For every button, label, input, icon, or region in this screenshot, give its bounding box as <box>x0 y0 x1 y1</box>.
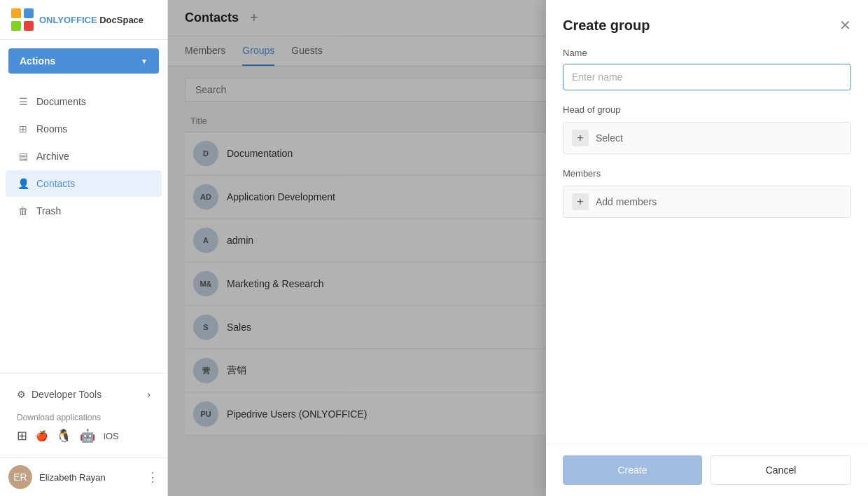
download-section: Download applications ⊞ 🍎 🐧 🤖 iOS <box>8 407 159 449</box>
user-info: ER Elizabeth Rayan <box>8 465 106 489</box>
create-button[interactable]: Create <box>563 455 702 485</box>
contacts-icon: 👤 <box>17 177 29 190</box>
name-form-group: Name <box>563 48 851 90</box>
developer-tools-item[interactable]: ⚙ Developer Tools › <box>8 382 159 407</box>
developer-tools-label: Developer Tools <box>31 389 102 400</box>
chevron-down-icon: ▼ <box>141 57 148 65</box>
sidebar-item-trash[interactable]: 🗑 Trash <box>6 198 162 224</box>
user-name: Elizabeth Rayan <box>39 472 106 483</box>
android-icon[interactable]: 🤖 <box>80 428 95 443</box>
cancel-button[interactable]: Cancel <box>710 455 851 485</box>
head-of-group-label: Head of group <box>563 104 851 115</box>
sidebar-item-label: Archive <box>36 151 69 162</box>
developer-tools-left: ⚙ Developer Tools <box>17 389 102 400</box>
add-members-label: Add members <box>596 196 657 207</box>
members-section: Members + Add members <box>563 168 851 218</box>
developer-tools-icon: ⚙ <box>17 389 26 400</box>
svg-rect-3 <box>24 21 34 31</box>
sidebar-item-label: Documents <box>36 96 86 107</box>
sidebar-item-documents[interactable]: ☰ Documents <box>6 88 162 115</box>
sidebar-item-archive[interactable]: ▤ Archive <box>6 143 162 170</box>
windows-icon[interactable]: ⊞ <box>17 428 27 443</box>
members-label: Members <box>563 168 851 179</box>
rooms-icon: ⊞ <box>17 123 29 135</box>
user-bar: ER Elizabeth Rayan ⋮ <box>0 457 167 496</box>
download-icons: ⊞ 🍎 🐧 🤖 iOS <box>17 428 150 443</box>
modal-title: Create group <box>563 18 650 34</box>
sidebar-item-label: Contacts <box>36 178 75 189</box>
select-head-button[interactable]: + Select <box>563 122 851 154</box>
plus-icon-members: + <box>572 193 589 210</box>
modal-footer: Create Cancel <box>546 443 868 496</box>
sidebar-footer: ⚙ Developer Tools › Download application… <box>0 373 167 457</box>
actions-label: Actions <box>20 55 55 67</box>
actions-button[interactable]: Actions ▼ <box>8 48 159 74</box>
sidebar-item-contacts[interactable]: 👤 Contacts <box>6 170 162 197</box>
svg-rect-0 <box>11 8 21 18</box>
svg-rect-2 <box>11 21 21 31</box>
documents-icon: ☰ <box>17 95 29 108</box>
svg-rect-1 <box>24 8 34 18</box>
head-of-group-section: Head of group + Select <box>563 104 851 154</box>
download-label: Download applications <box>17 413 150 422</box>
app-logo <box>11 8 34 31</box>
sidebar: ONLYOFFICE DocSpace Actions ▼ ☰ Document… <box>0 0 168 496</box>
chevron-right-icon: › <box>147 389 150 400</box>
archive-icon: ▤ <box>17 150 29 163</box>
group-name-input[interactable] <box>563 64 851 90</box>
close-modal-button[interactable]: ✕ <box>839 17 851 34</box>
app-header: ONLYOFFICE DocSpace <box>0 0 167 40</box>
sidebar-item-label: Rooms <box>36 123 67 135</box>
sidebar-nav: ☰ Documents ⊞ Rooms ▤ Archive 👤 Contacts… <box>0 82 167 373</box>
add-members-button[interactable]: + Add members <box>563 186 851 218</box>
macos-icon[interactable]: 🍎 <box>36 430 48 441</box>
avatar: ER <box>8 465 32 489</box>
name-label: Name <box>563 48 851 58</box>
ios-icon[interactable]: iOS <box>104 431 119 441</box>
modal-header: Create group ✕ <box>546 0 868 48</box>
create-group-modal: Create group ✕ Name Head of group + Sele… <box>546 0 868 496</box>
select-label: Select <box>596 132 623 144</box>
plus-icon: + <box>572 130 589 146</box>
sidebar-item-rooms[interactable]: ⊞ Rooms <box>6 116 162 142</box>
modal-body: Name Head of group + Select Members + Ad… <box>546 48 868 443</box>
app-name: ONLYOFFICE DocSpace <box>39 15 144 25</box>
more-options-button[interactable]: ⋮ <box>146 469 159 485</box>
trash-icon: 🗑 <box>17 205 29 217</box>
linux-icon[interactable]: 🐧 <box>56 428 71 443</box>
sidebar-item-label: Trash <box>36 205 61 216</box>
